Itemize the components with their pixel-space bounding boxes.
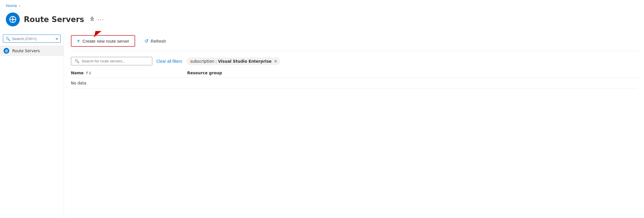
column-name-label: Name	[71, 71, 84, 75]
breadcrumb-home[interactable]: Home	[6, 3, 17, 8]
svg-point-3	[12, 19, 14, 20]
sort-icon[interactable]: ↑↓	[85, 71, 92, 75]
main-layout: 🔍 « Route Servers	[0, 31, 644, 217]
subscription-filter-badge: subscription : Visual Studio Enterprise …	[186, 57, 280, 65]
header-actions: ···	[90, 16, 104, 23]
sidebar-item-route-servers[interactable]: Route Servers	[0, 46, 64, 56]
subscription-badge-close-icon[interactable]: ✕	[274, 59, 277, 64]
route-icon-svg	[9, 15, 17, 24]
no-data-label: No data	[71, 81, 181, 85]
page-header: Route Servers ···	[0, 10, 644, 31]
sidebar-search-input[interactable]	[12, 37, 53, 41]
column-resource-group-label: Resource group	[187, 71, 222, 75]
create-button-label: Create new route server	[83, 39, 129, 44]
refresh-button[interactable]: ↺ Refresh	[141, 36, 170, 46]
more-options-icon[interactable]: ···	[98, 17, 104, 23]
filter-search-icon: 🔍	[75, 59, 79, 63]
subscription-value: Visual Studio Enterprise	[218, 59, 271, 64]
sidebar: 🔍 « Route Servers	[0, 31, 64, 217]
refresh-label: Refresh	[151, 39, 166, 44]
create-route-server-button[interactable]: + Create new route server	[71, 35, 135, 47]
subscription-prefix: subscription :	[190, 59, 218, 64]
content-wrapper: + Create new route server ↺ Refresh 🔍 Cl…	[71, 31, 637, 89]
sidebar-collapse-button[interactable]: «	[56, 36, 58, 41]
sidebar-search-box[interactable]: 🔍 «	[3, 35, 61, 43]
filter-search-box[interactable]: 🔍	[71, 57, 152, 65]
sidebar-item-label: Route Servers	[12, 48, 40, 53]
toolbar: + Create new route server ↺ Refresh	[71, 31, 637, 51]
sidebar-search-icon: 🔍	[6, 37, 10, 41]
create-plus-icon: +	[77, 38, 80, 44]
table-header: Name ↑↓ Resource group	[71, 68, 637, 78]
route-servers-icon	[6, 12, 20, 26]
clear-all-filters-button[interactable]: Clear all filters	[156, 59, 182, 64]
filter-bar: 🔍 Clear all filters subscription : Visua…	[71, 51, 637, 68]
page-title: Route Servers	[24, 15, 84, 24]
sidebar-item-icon	[3, 48, 9, 54]
main-content: + Create new route server ↺ Refresh 🔍 Cl…	[64, 31, 644, 217]
svg-point-7	[6, 51, 7, 51]
filter-search-input[interactable]	[82, 59, 149, 63]
table-column-name: Name ↑↓	[71, 71, 181, 75]
table-no-data-row: No data	[71, 78, 637, 89]
table-column-resource-group: Resource group	[187, 71, 222, 75]
refresh-icon: ↺	[144, 38, 149, 44]
pin-icon[interactable]	[90, 16, 95, 23]
breadcrumb: Home ›	[0, 0, 644, 10]
breadcrumb-separator: ›	[19, 3, 20, 8]
subscription-badge-text: subscription : Visual Studio Enterprise	[190, 59, 272, 64]
